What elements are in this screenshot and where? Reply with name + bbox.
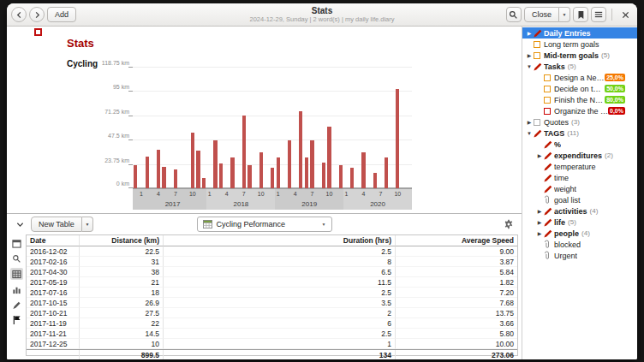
chart-bar: [373, 173, 377, 188]
pen-icon: [544, 163, 554, 171]
chart-bar: [157, 150, 160, 188]
settings-button[interactable]: [501, 217, 516, 232]
new-table-dropdown-button[interactable]: ▼: [82, 217, 93, 232]
expander-icon[interactable]: ▶: [535, 230, 544, 236]
menu-button[interactable]: [591, 7, 606, 22]
axis-tick: [128, 91, 133, 92]
cell-value: 2.5: [164, 329, 396, 339]
cell-value: 27.5: [80, 308, 164, 318]
screen: Stats 2024-12-29, Sunday | 2 word(s) | m…: [0, 0, 644, 362]
tree-item-expenditures[interactable]: ▶expenditures(2): [522, 150, 637, 161]
tree-item-organize-the-ph-archive[interactable]: Organize the Ph...Archive0,0%: [522, 105, 637, 116]
table-row[interactable]: 2017-11-2114.52.55.80: [27, 329, 517, 339]
flag-icon[interactable]: [10, 314, 23, 326]
tree-item-tags[interactable]: ▼TAGS(11): [522, 128, 637, 139]
table-selector[interactable]: Cycling Peformance ▼: [197, 217, 332, 232]
sidebar: ▶Daily EntriesLong term goals▶Mid-term g…: [522, 27, 637, 359]
nav-back-button[interactable]: [11, 7, 27, 22]
expander-icon[interactable]: ▶: [535, 219, 544, 225]
chart-gridline: [133, 116, 412, 116]
tree-item-blocked[interactable]: blocked: [522, 239, 637, 250]
table-row[interactable]: 2017-07-16182.57.20: [27, 288, 517, 298]
table-header: DateDistance (km)Duration (hrs)Average S…: [27, 235, 517, 246]
tree-item-label: activities: [554, 207, 587, 216]
tree-item-daily-entries[interactable]: ▶Daily Entries: [522, 27, 637, 39]
tree-item-weight[interactable]: weight: [522, 183, 637, 194]
tree-item-temperature[interactable]: temperature: [522, 161, 637, 172]
tree-item-life[interactable]: ▶life(5): [522, 217, 637, 228]
table-row[interactable]: 2017-05-192111.51.82: [27, 277, 517, 288]
checkbox-gray-icon: [534, 119, 544, 126]
column-header[interactable]: Date: [27, 235, 80, 246]
bookmark-button[interactable]: [573, 7, 588, 22]
cell-value: 1.82: [396, 277, 517, 288]
format-brush-icon[interactable]: [10, 299, 23, 311]
titlebar: Stats 2024-12-29, Sunday | 2 word(s) | m…: [7, 3, 637, 27]
tree-item-finish-the-new-video[interactable]: Finish the New ... Video80,0%: [522, 94, 637, 105]
pen-icon: [534, 29, 544, 38]
table-view-icon[interactable]: [10, 268, 23, 280]
tree-item-mid-term-goals[interactable]: ▶Mid-term goals(5): [522, 50, 637, 61]
expander-icon[interactable]: ▶: [525, 52, 534, 58]
table-row[interactable]: 2017-11-192263.66: [27, 318, 517, 329]
cell-value: 31: [80, 257, 164, 267]
chart-gridline: [133, 91, 412, 92]
expander-icon[interactable]: ▼: [525, 131, 534, 136]
tree-item-[interactable]: %: [522, 139, 637, 150]
search-icon: [509, 10, 518, 20]
paperclip-icon: [544, 251, 554, 260]
search-button[interactable]: [506, 7, 522, 22]
tree-item-activities[interactable]: ▶activities(4): [522, 205, 637, 217]
table-row[interactable]: 2017-10-1526.93.57.68: [27, 298, 517, 308]
chart-gridline: [133, 164, 412, 165]
x-axis-month-label: 1: [341, 191, 351, 198]
chart-bar: [350, 168, 354, 188]
chart-bar: [271, 168, 274, 188]
tree-item-time[interactable]: time: [522, 172, 637, 183]
tree-item-goal-list[interactable]: goal list: [522, 194, 637, 205]
tree-item-label: temperature: [554, 163, 596, 171]
tree-item-long-term-goals[interactable]: Long term goals: [522, 39, 637, 50]
cell-value: 8: [164, 257, 396, 267]
column-header[interactable]: Duration (hrs): [164, 235, 396, 246]
note-preview: Stats Cycling 0 km23.75 km47.5 km71.25 k…: [7, 27, 522, 213]
window-close-button[interactable]: [617, 7, 633, 22]
expander-icon[interactable]: ▶: [525, 30, 534, 36]
tree-item-count: (2): [605, 151, 613, 159]
cell-value: 6: [164, 318, 396, 329]
close-entry-button[interactable]: Close: [524, 7, 559, 22]
close-dropdown-button[interactable]: ▼: [559, 7, 570, 22]
chart-bar: [213, 140, 217, 188]
tree-item-people[interactable]: ▶people(4): [522, 228, 637, 239]
tree-item-quotes[interactable]: ▶Quotes(3): [522, 116, 637, 128]
tree-item-urgent[interactable]: Urgent: [522, 250, 637, 261]
expander-icon[interactable]: ▶: [535, 152, 544, 158]
nav-forward-button[interactable]: [29, 7, 45, 22]
cell-date: 2017-10-21: [27, 308, 80, 318]
checkbox-red-icon: [544, 108, 554, 115]
tree-item-design-a-new-web-site[interactable]: Design a New Web Site25,0%: [522, 72, 637, 83]
expander-icon[interactable]: ▶: [525, 119, 534, 125]
table-row[interactable]: 2017-04-30386.55.84: [27, 267, 517, 277]
column-header[interactable]: Distance (km): [80, 235, 164, 246]
tree-item-decide-on-the-n-o-buy[interactable]: Decide on the N... o Buy50,0%: [522, 83, 637, 94]
table-row[interactable]: 2017-02-163183.87: [27, 257, 517, 267]
cell-date: 2017-10-15: [27, 298, 80, 308]
y-axis-label: 71.25 km: [104, 108, 129, 116]
table-row[interactable]: 2017-10-2127.5213.75: [27, 308, 517, 318]
add-button[interactable]: Add: [47, 7, 76, 22]
x-axis-year-label: 2017: [139, 200, 207, 208]
column-header[interactable]: Average Speed: [396, 235, 517, 246]
x-axis-month-label: 4: [222, 191, 232, 198]
new-table-button[interactable]: New Table: [31, 217, 82, 232]
collapse-pane-button[interactable]: [12, 217, 27, 232]
table-row[interactable]: 2017-12-2510110.00: [27, 339, 517, 349]
expander-icon[interactable]: ▼: [525, 64, 534, 69]
calendar-icon[interactable]: [10, 237, 23, 249]
search-icon[interactable]: [10, 252, 23, 264]
chart-icon[interactable]: [10, 283, 23, 295]
table-row[interactable]: 2016-12-0222.52.59.00: [27, 246, 517, 257]
expander-icon[interactable]: ▶: [535, 208, 544, 214]
axis-tick: [128, 164, 133, 165]
tree-item-tasks[interactable]: ▼Tasks(5): [522, 61, 637, 72]
